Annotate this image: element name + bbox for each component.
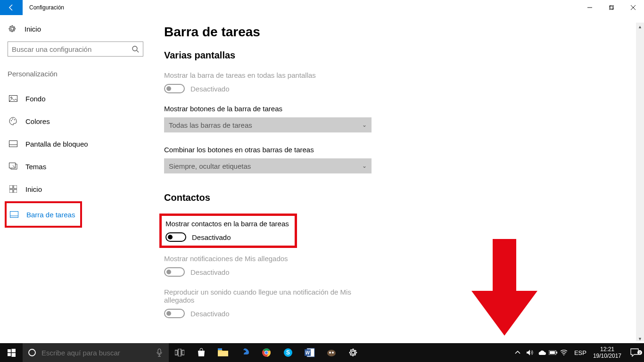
- section-varias-pantallas: Varias pantallas: [164, 50, 644, 61]
- taskbar-app-settings[interactable]: [342, 343, 364, 362]
- svg-text:S: S: [286, 349, 290, 356]
- toggle-show-contacts-status: Desactivado: [192, 233, 231, 241]
- section-contactos: Contactos: [164, 192, 644, 203]
- toggle-notif-contacts: [164, 267, 185, 277]
- taskbar-app-chrome[interactable]: [256, 343, 277, 362]
- svg-point-42: [332, 352, 334, 354]
- chevron-down-icon: ⌄: [362, 163, 367, 169]
- svg-point-34: [265, 351, 268, 354]
- svg-rect-29: [182, 350, 184, 355]
- dropdown-combine: Siempre, ocultar etiquetas ⌄: [164, 158, 372, 173]
- svg-point-5: [132, 46, 137, 51]
- taskbar-app-store[interactable]: [190, 343, 212, 362]
- sidebar-item-fondo[interactable]: Fondo: [8, 88, 143, 109]
- taskbar-app-skype[interactable]: S: [277, 343, 299, 362]
- themes-icon: [8, 163, 18, 170]
- svg-rect-13: [9, 145, 17, 147]
- maximize-button[interactable]: [601, 0, 622, 15]
- taskbar-app-word[interactable]: W: [299, 343, 321, 362]
- window-title: Configuración: [29, 4, 64, 11]
- taskbar-app-edge[interactable]: [234, 343, 256, 362]
- scrollbar[interactable]: [636, 23, 644, 341]
- svg-line-6: [137, 50, 139, 52]
- main-content: Barra de tareas Varias pantallas Mostrar…: [151, 15, 644, 343]
- sidebar-item-temas[interactable]: Temas: [8, 156, 143, 177]
- svg-point-10: [12, 119, 13, 120]
- sidebar: Inicio Personalización Fondo Colores Pan…: [0, 15, 151, 343]
- cortana-icon: [23, 348, 41, 357]
- scroll-up-icon[interactable]: ▲: [636, 23, 644, 31]
- svg-rect-15: [9, 185, 13, 189]
- group-label: Personalización: [8, 70, 143, 78]
- sidebar-item-bloqueo[interactable]: Pantalla de bloqueo: [8, 133, 143, 154]
- back-button[interactable]: [0, 0, 23, 15]
- setting-show-all-monitors-label: Mostrar la barra de tareas en todas las …: [164, 71, 644, 79]
- svg-rect-21: [8, 349, 11, 353]
- svg-point-41: [329, 352, 331, 354]
- svg-rect-27: [175, 350, 177, 355]
- setting-notif-contacts-label: Mostrar notificaciones de Mis allegados: [164, 255, 644, 263]
- svg-rect-1: [609, 6, 613, 10]
- svg-text:W: W: [305, 350, 311, 355]
- toggle-show-contacts[interactable]: [165, 232, 186, 242]
- sidebar-item-colores[interactable]: Colores: [8, 111, 143, 132]
- taskbar-icon: [9, 211, 19, 218]
- svg-rect-22: [11, 349, 16, 353]
- svg-rect-45: [556, 352, 557, 354]
- task-view-button[interactable]: [169, 343, 190, 362]
- sidebar-item-inicio[interactable]: Inicio: [8, 179, 143, 199]
- svg-point-11: [14, 119, 15, 120]
- svg-rect-19: [10, 212, 18, 218]
- titlebar: Configuración: [0, 0, 644, 15]
- chevron-down-icon: ⌄: [362, 122, 367, 128]
- tray-battery-icon[interactable]: [549, 350, 560, 355]
- toggle-sound: [164, 309, 185, 318]
- toggle-sound-status: Desactivado: [190, 310, 230, 318]
- picture-icon: [8, 95, 18, 102]
- svg-point-40: [327, 350, 336, 356]
- tray-action-center[interactable]: 2: [625, 348, 644, 357]
- tray-volume-icon[interactable]: [526, 349, 537, 356]
- toggle-show-all-monitors-status: Desactivado: [190, 85, 230, 93]
- tray-language[interactable]: ESP: [571, 349, 589, 356]
- svg-rect-28: [178, 349, 181, 356]
- svg-rect-23: [8, 353, 11, 356]
- toggle-notif-contacts-status: Desactivado: [190, 268, 230, 276]
- cortana-search[interactable]: [23, 343, 169, 362]
- start-button[interactable]: [0, 343, 23, 362]
- tray-overflow-icon[interactable]: [515, 350, 526, 355]
- search-input[interactable]: [8, 41, 143, 57]
- highlight-annotation-2: Mostrar contactos en la barra de tareas …: [159, 214, 297, 248]
- svg-rect-24: [11, 353, 16, 357]
- taskbar-app-explorer[interactable]: [212, 343, 234, 362]
- tray-onedrive-icon[interactable]: [537, 350, 549, 355]
- start-icon: [8, 185, 18, 193]
- svg-rect-16: [14, 185, 17, 189]
- tray-wifi-icon[interactable]: [560, 349, 571, 356]
- svg-rect-17: [9, 189, 13, 193]
- palette-icon: [8, 117, 18, 125]
- arrow-annotation: [471, 239, 537, 338]
- mic-icon[interactable]: [150, 348, 169, 357]
- home-button[interactable]: Inicio: [8, 25, 143, 33]
- toggle-show-all-monitors: [164, 84, 185, 93]
- system-tray: ESP 12:21 19/10/2017 2: [515, 343, 644, 362]
- close-button[interactable]: [622, 0, 644, 15]
- svg-rect-18: [14, 189, 17, 193]
- scroll-down-icon[interactable]: ▼: [636, 335, 644, 343]
- setting-taskbar-buttons-label: Mostrar botones de la barra de tareas: [164, 105, 644, 113]
- svg-rect-31: [218, 348, 222, 350]
- minimize-button[interactable]: [579, 0, 601, 15]
- taskbar-app-gimp[interactable]: [321, 343, 342, 362]
- setting-combine-label: Combinar los botones en otras barras de …: [164, 146, 644, 154]
- setting-sound-label: Reproducir un sonido cuando llegue una n…: [164, 288, 372, 304]
- page-title: Barra de tareas: [164, 25, 644, 40]
- highlight-annotation: Barra de tareas: [5, 201, 82, 228]
- lockscreen-icon: [8, 140, 18, 147]
- dropdown-taskbar-buttons: Todas las barras de tareas ⌄: [164, 117, 372, 132]
- taskbar: S W ESP 12:21 19/10/2017 2: [0, 343, 644, 362]
- gear-icon: [8, 25, 17, 33]
- svg-point-46: [563, 354, 564, 355]
- tray-clock[interactable]: 12:21 19/10/2017: [589, 346, 625, 359]
- sidebar-item-barra-tareas[interactable]: Barra de tareas: [8, 204, 78, 225]
